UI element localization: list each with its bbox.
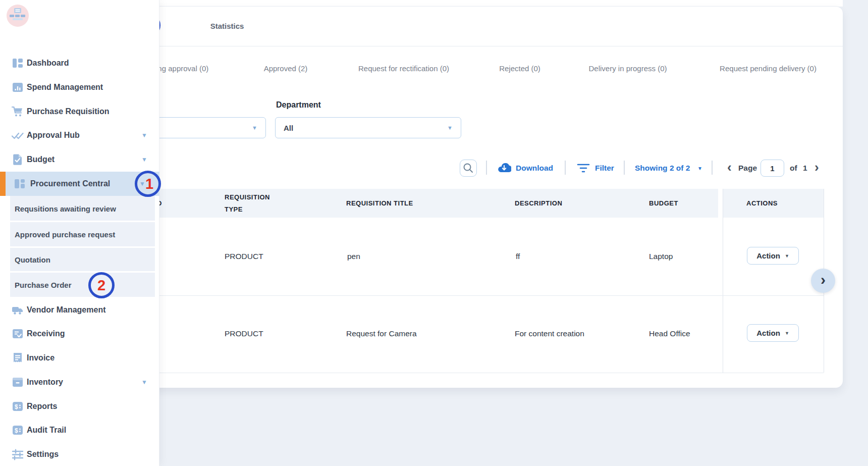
- tab-request-rectification[interactable]: Request for rectification (0): [358, 64, 449, 73]
- sidebar-item-label: Purchase Requisition: [27, 107, 110, 116]
- cloud-download-icon[interactable]: [497, 162, 511, 174]
- of-label: of: [790, 164, 797, 173]
- procurement-grid-icon: [13, 177, 26, 190]
- reports-icon: $: [11, 400, 24, 413]
- toolbar-divider: [712, 161, 713, 175]
- chevron-down-icon: ▼: [785, 331, 789, 336]
- actions-column-border: [723, 189, 723, 373]
- sidebar: Dashboard Spend Management Purchase Requ…: [0, 0, 159, 466]
- sidebar-item-spend-management[interactable]: Spend Management: [0, 75, 159, 99]
- toolbar-divider: [565, 161, 566, 175]
- chevron-down-icon: ▼: [141, 379, 147, 386]
- cell-description: For content creation: [515, 329, 584, 338]
- sidebar-subitem-label: Approved purchase request: [15, 230, 115, 239]
- row-divider: [151, 295, 824, 296]
- chevron-down-icon[interactable]: ▼: [697, 166, 702, 171]
- column-header-description: DESCRIPTION: [515, 199, 562, 207]
- sidebar-subitem-purchase-order[interactable]: Purchase Order: [10, 273, 155, 297]
- sidebar-item-approval-hub[interactable]: Approval Hub ▼: [0, 123, 159, 147]
- content-card: Statistics Pending approval (0) Approved…: [151, 6, 843, 388]
- sidebar-item-label: Settings: [27, 450, 59, 459]
- department-label: Department: [276, 100, 321, 110]
- tab-statistics[interactable]: Statistics: [210, 22, 244, 30]
- sidebar-item-purchase-requisition[interactable]: Purchase Requisition: [0, 99, 159, 124]
- department-select-value: All: [284, 124, 293, 132]
- column-header-budget: BUDGET: [649, 199, 678, 207]
- chevron-down-icon: ▼: [141, 132, 147, 139]
- toolbar-divider: [486, 161, 487, 175]
- shopping-cart-icon: [11, 105, 24, 118]
- total-pages: 1: [803, 164, 807, 173]
- filter-icon[interactable]: [577, 163, 590, 173]
- tab-request-pending-delivery[interactable]: Request pending delivery (0): [720, 64, 817, 73]
- chevron-down-icon: ▼: [785, 253, 789, 258]
- action-button-label: Action: [756, 329, 780, 337]
- cell-requisition-title: pen: [347, 252, 360, 261]
- annotation-number-2: 2: [97, 277, 105, 294]
- cell-requisition-type: PRODUCT: [225, 252, 263, 261]
- chevron-right-icon: ›: [821, 272, 826, 287]
- next-page-chevron-icon[interactable]: ›: [815, 160, 819, 175]
- audit-trail-icon: $: [11, 424, 24, 437]
- sidebar-item-label: Budget: [27, 155, 55, 164]
- cell-description: ff: [516, 252, 520, 261]
- cell-requisition-type: PRODUCT: [225, 329, 263, 338]
- column-header-requisition-title: REQUISITION TITLE: [346, 199, 413, 207]
- sidebar-item-label: Invoice: [27, 353, 55, 363]
- page-label: Page: [738, 164, 757, 173]
- sidebar-subitem-approved-purchase-request[interactable]: Approved purchase request: [10, 222, 155, 246]
- sidebar-item-label: Receiving: [27, 329, 65, 338]
- tab-approved[interactable]: Approved (2): [264, 64, 308, 73]
- sidebar-item-label: Procurement Central: [30, 179, 110, 188]
- page-number-input[interactable]: [761, 160, 784, 177]
- svg-text:$: $: [15, 427, 18, 434]
- chevron-down-icon: ▼: [141, 156, 147, 163]
- company-logo: [7, 5, 29, 27]
- previous-page-chevron-icon[interactable]: ‹: [727, 160, 732, 175]
- sidebar-item-audit-trail[interactable]: $ Audit Trail: [0, 418, 159, 442]
- cell-budget: Head Office: [649, 329, 690, 338]
- tab-delivery-in-progress[interactable]: Delivery in progress (0): [588, 64, 667, 73]
- sidebar-item-label: Dashboard: [27, 59, 69, 68]
- toolbar-divider: [624, 161, 625, 175]
- sidebar-item-settings[interactable]: Settings: [0, 442, 159, 466]
- chevron-down-icon: ▼: [447, 125, 453, 131]
- header-divider: [151, 46, 843, 46]
- sidebar-item-dashboard[interactable]: Dashboard: [0, 51, 159, 75]
- sidebar-subitem-quotation[interactable]: Quotation: [10, 248, 155, 271]
- scroll-right-button[interactable]: ›: [811, 269, 835, 293]
- chevron-down-icon: ▼: [252, 125, 257, 131]
- hidden-filter-select[interactable]: ▼: [141, 117, 266, 138]
- sidebar-item-invoice[interactable]: Invoice: [0, 346, 159, 370]
- sidebar-item-budget[interactable]: Budget ▼: [0, 147, 159, 172]
- sidebar-item-reports[interactable]: $ Reports: [0, 394, 159, 419]
- sidebar-item-label: Approval Hub: [27, 131, 80, 140]
- action-button[interactable]: Action ▼: [747, 247, 799, 265]
- table-bottom-border: [151, 373, 824, 373]
- cell-budget: Laptop: [649, 252, 673, 261]
- truck-icon: [11, 303, 24, 317]
- column-header-actions: ACTIONS: [746, 199, 778, 207]
- filter-button[interactable]: Filter: [595, 164, 614, 173]
- sidebar-item-inventory[interactable]: Inventory ▼: [0, 370, 159, 394]
- sidebar-item-vendor-management[interactable]: Vendor Management: [0, 298, 159, 322]
- department-select[interactable]: All ▼: [275, 117, 461, 138]
- column-header-requisition-type: REQUISITION TYPE: [225, 191, 284, 216]
- download-button[interactable]: Download: [516, 164, 553, 173]
- tab-rejected[interactable]: Rejected (0): [499, 64, 540, 73]
- sidebar-item-label: Spend Management: [27, 83, 103, 92]
- annotation-number-1: 1: [145, 176, 153, 192]
- sidebar-item-label: Vendor Management: [27, 305, 105, 315]
- dashboard-icon: [11, 57, 24, 70]
- action-button[interactable]: Action ▼: [747, 324, 799, 342]
- search-button[interactable]: [460, 160, 477, 177]
- showing-count-dropdown[interactable]: Showing 2 of 2: [635, 164, 690, 173]
- sidebar-item-receiving[interactable]: Receiving: [0, 322, 159, 346]
- svg-text:$: $: [15, 403, 18, 410]
- inventory-box-icon: [11, 376, 24, 389]
- search-icon: [460, 160, 476, 176]
- sidebar-subitem-label: Requsitions awaiting review: [15, 204, 116, 213]
- sidebar-subitem-requisitions-awaiting-review[interactable]: Requsitions awaiting review: [10, 196, 155, 221]
- sidebar-item-label: Audit Trail: [27, 426, 66, 435]
- action-button-label: Action: [756, 251, 780, 260]
